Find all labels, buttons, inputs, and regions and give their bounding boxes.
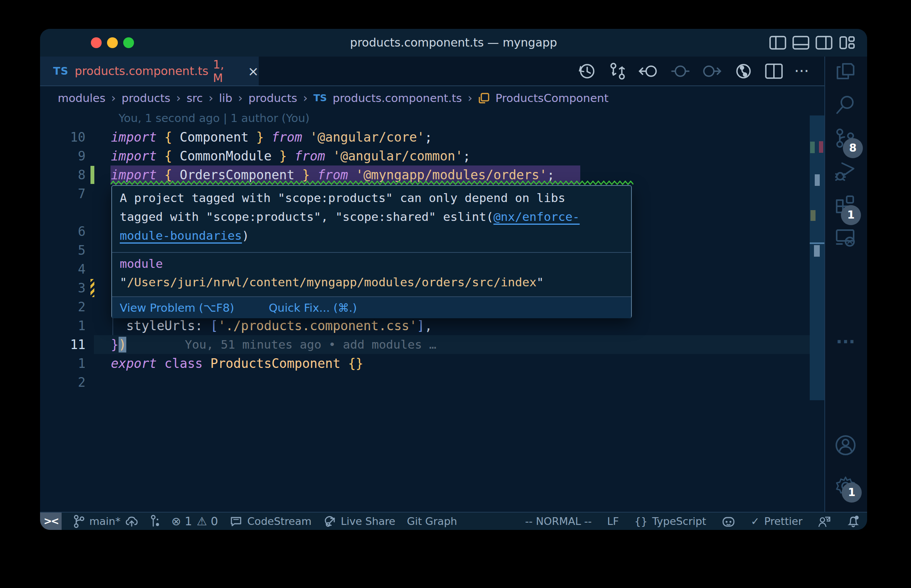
feedback-status[interactable]	[818, 515, 831, 528]
line-number[interactable]: 6	[40, 222, 85, 241]
compare-changes-icon[interactable]	[607, 61, 627, 81]
split-editor-icon[interactable]	[764, 61, 784, 81]
code-row[interactable]: 9import { CommonModule } from '@angular/…	[40, 147, 824, 165]
remote-explorer-icon[interactable]	[835, 227, 856, 248]
activity-bar: 8 1 ··· 1	[825, 57, 867, 512]
braces-icon: {}	[634, 515, 647, 527]
line-number[interactable]: 5	[40, 241, 85, 260]
rule-link[interactable]: module-boundaries	[120, 229, 242, 242]
rule-link[interactable]: @nx/enforce-	[494, 210, 580, 224]
typescript-file-icon: TS	[53, 65, 69, 77]
scrollbar-slider[interactable]	[810, 115, 824, 400]
code-row[interactable]: 1export class ProductsComponent {}	[40, 354, 824, 373]
copilot-status[interactable]	[722, 515, 735, 528]
breadcrumb-item-symbol[interactable]: ProductsComponent	[496, 92, 609, 105]
code-token	[203, 356, 210, 371]
code-token: ;	[425, 130, 432, 145]
line-number[interactable]: 10	[40, 128, 85, 147]
problem-message: A project tagged with "scope:products" c…	[112, 186, 631, 252]
navigate-previous-icon[interactable]	[670, 61, 690, 81]
account-icon[interactable]	[835, 435, 856, 456]
breadcrumb-separator: ›	[468, 91, 472, 105]
notifications-status[interactable]	[846, 514, 860, 528]
navigate-back-icon[interactable]	[638, 61, 660, 81]
additional-views-icon[interactable]: ···	[835, 331, 856, 352]
source-control-actions-icon[interactable]	[733, 61, 754, 81]
navigate-forward-icon[interactable]	[701, 61, 723, 81]
copilot-icon	[722, 515, 735, 528]
breadcrumb-item[interactable]: lib	[219, 92, 233, 105]
codestream-label: CodeStream	[247, 515, 311, 527]
module-path: "/Users/juri/nrwl/content/myngapp/module…	[120, 273, 631, 291]
view-problem-button[interactable]: View Problem (⌥F8)	[120, 301, 234, 314]
vim-mode-indicator[interactable]: -- NORMAL --	[525, 515, 592, 527]
toggle-sidebar-right-icon[interactable]	[815, 35, 833, 50]
ruler-line-mark	[810, 242, 824, 244]
code-token: ProductsComponent	[210, 356, 340, 371]
breadcrumb-item[interactable]: src	[186, 92, 203, 105]
titlebar[interactable]: products.component.ts — myngapp	[40, 29, 867, 57]
live-share-status[interactable]: Live Share	[323, 515, 395, 528]
line-number[interactable]: 3	[40, 279, 85, 297]
code-token: from	[271, 130, 302, 145]
code-row[interactable]: 10import { Component } from '@angular/co…	[40, 128, 824, 147]
error-squiggle	[111, 180, 633, 185]
customize-layout-icon[interactable]	[838, 35, 856, 50]
eol-indicator[interactable]: LF	[607, 515, 619, 527]
toggle-panel-icon[interactable]	[792, 35, 810, 50]
breadcrumb-item[interactable]: modules	[58, 92, 106, 105]
line-number[interactable]: 2	[40, 297, 85, 316]
branch-status[interactable]: main*	[73, 514, 138, 528]
code-token: {	[164, 130, 172, 145]
line-number[interactable]: 11	[40, 335, 85, 354]
timeline-icon[interactable]	[576, 61, 596, 81]
codestream-status[interactable]: CodeStream	[229, 515, 311, 528]
ruler-cursor-mark	[815, 174, 820, 186]
git-graph-status[interactable]: Git Graph	[407, 515, 457, 527]
quick-fix-button[interactable]: Quick Fix... (⌘.)	[269, 301, 357, 314]
breadcrumb-item[interactable]: products	[248, 92, 297, 105]
notification-bell-icon	[846, 514, 860, 528]
breadcrumb-item-file[interactable]: products.component.ts	[333, 92, 462, 105]
code-token	[157, 356, 164, 371]
code-token	[325, 149, 333, 164]
code-row[interactable]: 11})You, 51 minutes ago • add modules …	[40, 335, 824, 354]
line-number[interactable]: 7	[40, 184, 85, 203]
tab-bar: TS products.component.ts 1, M × ···	[40, 57, 824, 85]
code-editor[interactable]: You, 1 second ago | 1 author (You)10impo…	[40, 109, 824, 512]
pipeline-status[interactable]	[150, 514, 160, 528]
tab-products-component[interactable]: TS products.component.ts 1, M ×	[40, 57, 259, 85]
line-number[interactable]: 1	[40, 316, 85, 335]
code-token: from	[295, 149, 325, 164]
more-actions-icon[interactable]: ···	[794, 61, 809, 81]
pipeline-icon	[150, 514, 160, 528]
problem-message-text: )	[242, 229, 249, 242]
warning-count: ⚠ 0	[197, 514, 218, 528]
toggle-sidebar-left-icon[interactable]	[769, 35, 787, 50]
ruler-modified-mark	[811, 210, 816, 221]
line-number[interactable]: 4	[40, 260, 85, 279]
code-token: }	[256, 130, 264, 145]
code-token: '@angular/core'	[310, 130, 425, 145]
explorer-icon[interactable]	[835, 61, 856, 82]
line-number[interactable]: 9	[40, 147, 85, 165]
code-token: :	[195, 318, 211, 333]
formatter-status[interactable]: ✓ Prettier	[751, 515, 802, 527]
language-mode[interactable]: {} TypeScript	[634, 515, 706, 527]
vscode-window: products.component.ts — myngapp TS produ…	[40, 29, 867, 530]
line-number[interactable]: 8	[40, 165, 85, 184]
problem-hover-popup: A project tagged with "scope:products" c…	[111, 185, 632, 318]
code-line-text: styleUrls: ['./products.component.css'],	[111, 316, 432, 335]
line-number[interactable]: 1	[40, 354, 85, 373]
code-row[interactable]: 2	[40, 373, 824, 392]
code-row[interactable]: You, 1 second ago | 1 author (You)	[40, 109, 824, 128]
search-icon[interactable]	[835, 95, 856, 115]
remote-indicator[interactable]: ><	[40, 513, 62, 530]
problems-status[interactable]: ⊗ 1 ⚠ 0	[171, 514, 218, 528]
line-number[interactable]: 2	[40, 373, 85, 392]
code-row[interactable]: 1 styleUrls: ['./products.component.css'…	[40, 316, 824, 335]
close-tab-icon[interactable]: ×	[248, 63, 259, 79]
run-debug-icon[interactable]	[835, 161, 856, 182]
language-label: TypeScript	[652, 515, 706, 527]
breadcrumb-item[interactable]: products	[122, 92, 171, 105]
